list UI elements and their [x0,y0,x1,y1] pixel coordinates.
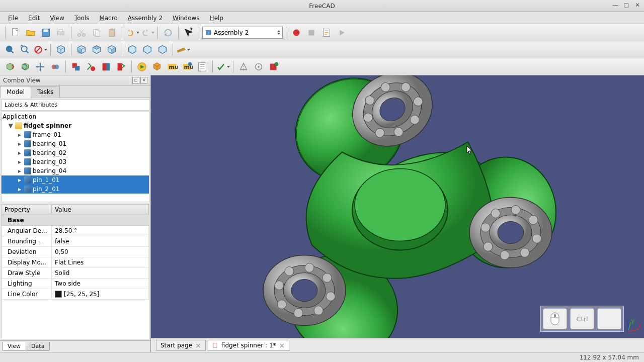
tab-tasks[interactable]: Tasks [31,86,60,98]
expand-icon[interactable]: ▸ [17,186,23,193]
isometric-icon[interactable] [54,43,68,57]
animate-icon[interactable] [135,60,149,74]
window-title: FreeCAD [309,3,335,10]
whats-this-icon[interactable]: ? [182,26,196,40]
tree-item-bearing4[interactable]: ▸ bearing_04 [2,166,149,175]
import-part-icon[interactable] [3,60,17,74]
preferences-icon[interactable] [267,60,281,74]
tree-root[interactable]: ▼ fidget spinner [2,121,149,130]
menu-windows[interactable]: Windows [168,13,205,23]
btab-view[interactable]: View [2,342,26,351]
update-parts-icon[interactable] [18,60,32,74]
menu-file[interactable]: File [3,13,23,23]
tree-item-bearing1[interactable]: ▸ bearing_01 [2,139,149,148]
expand-icon[interactable]: ▸ [17,140,23,147]
panel-float-icon[interactable]: ◻ [132,77,139,84]
prop-row-bounding[interactable]: Bounding ...false [2,236,149,247]
move-part-icon[interactable] [33,60,47,74]
left-view-icon[interactable] [155,43,170,57]
minimize-button[interactable]: — [612,2,619,9]
menu-assembly2[interactable]: Assembly 2 [123,13,168,23]
doc-tab-fidget[interactable]: fidget spinner : 1* × [208,340,289,351]
prop-row-linecolor[interactable]: Line Color[25, 25, 25] [2,289,149,300]
prop-col-value[interactable]: Value [52,205,149,215]
prop-col-property[interactable]: Property [2,205,52,215]
angular-constraint-icon[interactable] [99,60,113,74]
panel-close-icon[interactable]: ✕ [140,77,147,84]
prop-row-angular[interactable]: Angular De...28,50 ° [2,226,149,236]
expand-icon[interactable]: ▸ [17,176,23,184]
save-icon[interactable] [39,26,53,40]
lock-rotation-icon[interactable] [252,60,266,74]
close-icon[interactable]: × [279,343,285,348]
mux-add-icon[interactable]: mux [165,60,179,74]
solve-icon[interactable] [150,60,164,74]
run-macro-icon[interactable] [335,26,349,40]
svg-point-73 [291,280,317,302]
menu-view[interactable]: View [45,13,69,23]
draw-style-icon[interactable] [33,43,47,57]
expand-icon[interactable]: ▼ [8,122,14,129]
tab-model[interactable]: Model [0,86,31,98]
measure-icon[interactable] [176,43,190,57]
macros-icon[interactable] [319,26,334,40]
expand-icon[interactable]: ▸ [17,167,23,174]
menu-macro[interactable]: Macro [94,13,122,23]
tree-application[interactable]: Application [2,112,149,121]
front-view-icon[interactable] [74,43,89,57]
record-macro-icon[interactable] [289,26,303,40]
menu-edit[interactable]: Edit [23,13,45,23]
undo-icon[interactable] [125,26,139,40]
flip-constraint-icon[interactable] [236,60,251,74]
toolbar-assembly: mux mux [0,58,644,75]
prop-row-lighting[interactable]: LightingTwo side [2,279,149,289]
mux-update-icon[interactable]: mux [180,60,194,74]
maximize-button[interactable]: ▢ [623,2,630,9]
open-file-icon[interactable] [24,26,38,40]
expand-icon[interactable]: ▸ [17,131,23,138]
fit-all-icon[interactable] [3,43,17,57]
tree-item-pin1[interactable]: ▸ pin_1_01 [2,175,149,185]
cut-icon[interactable] [74,26,89,40]
prop-row-drawstyle[interactable]: Draw StyleSolid [2,268,149,279]
close-icon[interactable]: × [195,343,201,348]
plane-constraint-icon[interactable] [69,60,83,74]
menu-help[interactable]: Help [205,13,228,23]
top-view-icon[interactable] [90,43,104,57]
circular-edge-icon[interactable] [114,60,128,74]
btab-data[interactable]: Data [26,342,50,351]
svg-point-61 [498,222,524,244]
bottom-view-icon[interactable] [140,43,154,57]
check-icon[interactable] [216,60,230,74]
tree-item-pin2[interactable]: ▸ pin_2_01 [2,185,149,194]
3d-viewport[interactable]: Ctrl xyz Start page × fidget spinner : 1… [151,75,644,352]
new-file-icon[interactable] [9,26,23,40]
constraint-coincident-icon[interactable] [48,60,62,74]
doc-tab-start[interactable]: Start page × [156,340,206,351]
fit-selection-icon[interactable] [18,43,32,57]
svg-point-25 [91,66,95,71]
parts-list-icon[interactable] [195,60,209,74]
tree-item-bearing3[interactable]: ▸ bearing_03 [2,157,149,166]
close-button[interactable]: ✕ [634,2,641,9]
paste-icon[interactable] [105,26,119,40]
stop-macro-icon[interactable] [304,26,318,40]
tree-item-frame[interactable]: ▸ frame_01 [2,130,149,139]
prop-row-displaymode[interactable]: Display Mo...Flat Lines [2,257,149,268]
redo-icon[interactable] [140,26,154,40]
rear-view-icon[interactable] [125,43,139,57]
expand-icon[interactable]: ▸ [17,149,23,156]
print-icon[interactable] [54,26,68,40]
menu-tools[interactable]: Tools [69,13,95,23]
labels-header: Labels & Attributes [1,99,149,111]
copy-icon[interactable] [90,26,104,40]
axial-constraint-icon[interactable] [84,60,98,74]
model-tree[interactable]: Application ▼ fidget spinner ▸ frame_01 … [1,112,149,202]
expand-icon[interactable]: ▸ [17,158,23,165]
refresh-icon[interactable] [161,26,175,40]
workbench-selector[interactable]: Assembly 2 [202,27,283,39]
prop-row-deviation[interactable]: Deviation0,50 [2,247,149,257]
tree-item-bearing2[interactable]: ▸ bearing_02 [2,148,149,157]
svg-point-66 [532,234,541,243]
right-view-icon[interactable] [105,43,119,57]
